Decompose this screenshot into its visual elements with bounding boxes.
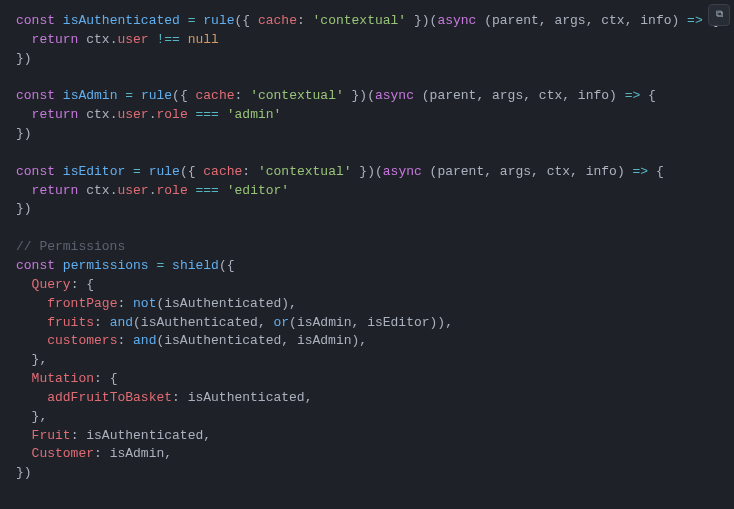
token-p: , <box>281 333 297 348</box>
token-p: : { <box>71 277 94 292</box>
token-p: , <box>539 13 555 28</box>
token-p: }) <box>16 465 32 480</box>
token-fn: shield <box>172 258 219 273</box>
token-pn: ctx <box>539 88 562 103</box>
token-pn: isAuthenticated <box>86 428 203 443</box>
token-p <box>55 164 63 179</box>
code-line: }) <box>16 50 718 69</box>
token-p <box>180 13 188 28</box>
code-line: }) <box>16 464 718 483</box>
token-p: : <box>94 446 110 461</box>
token-op: !== <box>156 32 179 47</box>
token-prop: role <box>156 107 187 122</box>
token-str: 'contextual' <box>250 88 344 103</box>
token-p: ) <box>672 13 688 28</box>
token-p: : { <box>94 371 117 386</box>
token-p <box>16 32 32 47</box>
token-fn: not <box>133 296 156 311</box>
token-p: , <box>531 164 547 179</box>
token-p: ( <box>422 164 438 179</box>
token-p: ({ <box>235 13 258 28</box>
token-p <box>219 107 227 122</box>
token-str: 'contextual' <box>313 13 407 28</box>
copy-icon[interactable]: ⧉ <box>708 4 730 26</box>
token-p <box>16 107 32 122</box>
token-fn: rule <box>149 164 180 179</box>
token-p: ({ <box>172 88 195 103</box>
token-prop: Mutation <box>32 371 94 386</box>
token-p <box>16 446 32 461</box>
token-fn: isEditor <box>63 164 125 179</box>
token-p: , <box>305 390 313 405</box>
code-line: }) <box>16 125 718 144</box>
token-p: , <box>523 88 539 103</box>
token-pn: isAdmin <box>110 446 165 461</box>
token-p: : <box>117 296 133 311</box>
code-line: addFruitToBasket: isAuthenticated, <box>16 389 718 408</box>
token-p <box>164 258 172 273</box>
token-prop: user <box>117 183 148 198</box>
token-pn: args <box>554 13 585 28</box>
token-kw: return <box>32 183 79 198</box>
token-str: 'contextual' <box>258 164 352 179</box>
token-p <box>16 428 32 443</box>
token-op: = <box>125 88 133 103</box>
token-kw: const <box>16 88 55 103</box>
token-kw: async <box>375 88 414 103</box>
code-line: fruits: and(isAuthenticated, or(isAdmin,… <box>16 314 718 333</box>
token-p: : <box>242 164 258 179</box>
code-line: }, <box>16 408 718 427</box>
token-p: , <box>203 428 211 443</box>
token-prop: user <box>117 107 148 122</box>
token-fn: or <box>274 315 290 330</box>
token-p <box>125 164 133 179</box>
token-num: null <box>188 32 219 47</box>
token-prop: fruits <box>47 315 94 330</box>
token-pn: parent <box>430 88 477 103</box>
token-pn: isEditor <box>367 315 429 330</box>
token-p <box>55 258 63 273</box>
token-prop: cache <box>196 88 235 103</box>
token-op: => <box>633 164 649 179</box>
token-prop: Customer <box>32 446 94 461</box>
token-p: , <box>484 164 500 179</box>
token-p: ({ <box>180 164 203 179</box>
token-p <box>55 88 63 103</box>
code-line: Mutation: { <box>16 370 718 389</box>
token-pn: ctx <box>547 164 570 179</box>
token-p: : <box>297 13 313 28</box>
token-p <box>141 164 149 179</box>
token-p: ( <box>476 13 492 28</box>
token-pn: args <box>500 164 531 179</box>
token-p: })( <box>352 164 383 179</box>
token-p: ( <box>133 315 141 330</box>
token-pn: ctx <box>86 107 109 122</box>
token-p: }) <box>16 201 32 216</box>
token-fn: and <box>133 333 156 348</box>
token-prop: cache <box>258 13 297 28</box>
token-p <box>16 371 32 386</box>
code-line <box>16 144 718 163</box>
token-p <box>16 296 47 311</box>
token-p: }, <box>16 352 47 367</box>
code-line <box>16 219 718 238</box>
token-fn: permissions <box>63 258 149 273</box>
token-op: => <box>687 13 703 28</box>
token-p: , <box>476 88 492 103</box>
token-p <box>55 13 63 28</box>
token-p: )), <box>430 315 453 330</box>
token-p: })( <box>406 13 437 28</box>
token-str: 'admin' <box>227 107 282 122</box>
token-pn: info <box>586 164 617 179</box>
token-fn: and <box>110 315 133 330</box>
token-p: , <box>258 315 274 330</box>
token-op: === <box>196 107 219 122</box>
token-op: => <box>625 88 641 103</box>
code-line: return ctx.user !== null <box>16 31 718 50</box>
token-p: : <box>71 428 87 443</box>
token-p: , <box>562 88 578 103</box>
token-op: === <box>196 183 219 198</box>
token-p: })( <box>344 88 375 103</box>
token-prop: addFruitToBasket <box>47 390 172 405</box>
token-p: : <box>172 390 188 405</box>
